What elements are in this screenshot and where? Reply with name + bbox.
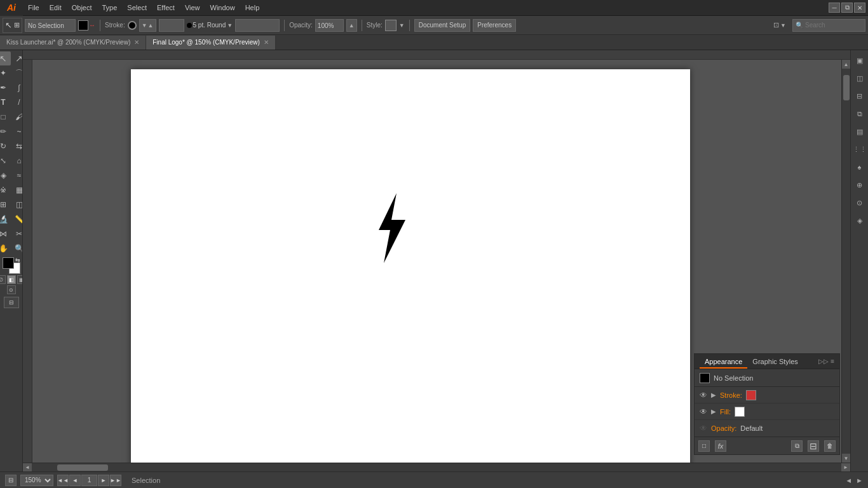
artboard-tool[interactable]: ⊟ [4,297,19,308]
width-tool[interactable]: ◈ [0,168,11,182]
stroke-down-arrow[interactable]: ▼ [142,22,147,29]
none-fill-icon[interactable]: ∅ [0,275,6,284]
workspace-arrow[interactable]: ▼ [780,22,786,29]
color-mode-icon[interactable]: ◧ [7,275,16,284]
lasso-tool[interactable]: ⌒ [11,66,23,80]
arrange-icon[interactable]: ⊡ [773,21,779,29]
menu-select[interactable]: Select [122,0,152,16]
tab-final-logo[interactable]: Final Logo* @ 150% (CMYK/Preview) ✕ [146,36,276,50]
left-panel-toggle[interactable]: ◄ [845,477,852,484]
stroke-style-select[interactable] [235,19,280,32]
direct-select-tool[interactable]: ↗ [11,51,23,65]
preferences-btn[interactable]: Preferences [473,19,516,32]
column-graph-tool[interactable]: ▦ [11,183,23,197]
tab-kiss-launcher[interactable]: Kiss Launcher.ai* @ 200% (CMYK/Preview) … [0,36,146,50]
scroll-right-btn[interactable]: ► [841,463,850,472]
zoom-tool[interactable]: 🔍 [11,241,23,255]
pen-tool[interactable]: ✒ [0,81,11,95]
screen-mode-icon[interactable]: ⊙ [7,285,16,294]
panel-expand-btn[interactable]: ▷▷ [818,358,829,365]
symbol-tool[interactable]: ※ [0,183,11,197]
scroll-down-btn[interactable]: ▼ [842,454,851,463]
menu-edit[interactable]: Edit [44,0,67,16]
zoom-select[interactable]: 150% 100% 200% [20,475,53,486]
mesh-tool[interactable]: ⊞ [0,198,11,212]
ap-opacity-label[interactable]: Opacity: [711,424,736,432]
blend-tool[interactable]: ⋈ [0,227,11,241]
paintbrush-tool[interactable]: 🖌 [11,110,23,124]
reflect-tool[interactable]: ⇆ [11,139,23,153]
menu-object[interactable]: Object [67,0,97,16]
ap-new-item-btn[interactable]: □ [698,440,710,452]
ap-fill-swatch[interactable] [735,407,745,417]
ap-delete-btn[interactable]: 🗑 [824,440,836,452]
tab-graphic-styles[interactable]: Graphic Styles [747,355,803,369]
horizontal-scrollbar[interactable]: ◄ ► [23,463,850,471]
fill-swatch-top[interactable] [78,20,88,30]
ap-fx-btn[interactable]: fx [715,440,726,452]
tab-kiss-close[interactable]: ✕ [134,36,139,50]
scroll-left-btn[interactable]: ◄ [23,463,32,472]
tab-appearance[interactable]: Appearance [700,355,747,369]
restore-btn[interactable]: ⧉ [841,3,853,13]
search-input[interactable] [805,22,862,29]
curvature-tool[interactable]: ∫ [11,81,23,95]
ap-stroke-label[interactable]: Stroke: [720,391,742,399]
panel-btn-4[interactable]: ⧉ [852,106,867,121]
h-scroll-thumb[interactable] [57,464,108,471]
style-arrow[interactable]: ▼ [399,22,405,29]
stroke-input[interactable] [159,19,184,32]
vertical-scrollbar[interactable]: ▲ ▼ [841,60,850,463]
ap-stroke-swatch[interactable] [746,390,756,400]
rect-tool[interactable]: □ [0,110,11,124]
close-btn[interactable]: ✕ [854,3,865,13]
scroll-up-btn[interactable]: ▲ [842,60,851,69]
panel-menu-btn[interactable]: ≡ [831,358,834,365]
panel-btn-5[interactable]: ▤ [852,124,867,139]
hand-tool[interactable]: ✋ [0,241,11,255]
right-panel-toggle[interactable]: ► [856,477,863,484]
menu-view[interactable]: View [180,0,205,16]
gradient-mode-icon[interactable]: ▦ [17,275,24,284]
transform-icon[interactable]: ⊞ [14,21,20,29]
minimize-btn[interactable]: ─ [829,3,840,13]
tab-final-close[interactable]: ✕ [264,36,269,50]
page-forward-btn[interactable]: ► [98,475,109,486]
measure-tool[interactable]: 📏 [11,212,23,226]
menu-file[interactable]: File [23,0,44,16]
document-setup-btn[interactable]: Document Setup [414,19,471,32]
ap-duplicate-btn[interactable]: ⧉ [791,440,803,452]
page-prev-btn[interactable]: ◄◄ [57,475,69,486]
page-input[interactable] [81,475,97,486]
stroke-up-arrow[interactable]: ▲ [148,22,154,29]
ap-fill-expand[interactable]: ▶ [711,408,716,415]
magic-wand-tool[interactable]: ✦ [0,66,11,80]
foreground-color-swatch[interactable] [3,257,14,269]
ap-fill-label[interactable]: Fill: [720,408,731,416]
rotate-tool[interactable]: ↻ [0,139,11,153]
ap-stroke-expand[interactable]: ▶ [711,391,716,398]
swap-colors-icon[interactable]: ⇆ [15,257,20,263]
panel-btn-8[interactable]: ⊕ [852,177,867,193]
select-tool-icon[interactable]: ↖ [5,20,12,30]
gradient-tool[interactable]: ◫ [11,198,23,212]
menu-help[interactable]: Help [240,0,265,16]
opacity-input[interactable]: 100% [315,19,344,32]
page-back-btn[interactable]: ◄ [69,475,81,486]
stroke-weight-select[interactable]: 5 pt. Round ▼ [187,22,233,29]
page-end-btn[interactable]: ►► [110,475,121,486]
menu-window[interactable]: Window [205,0,240,16]
ap-opacity-visibility[interactable]: 👁 [700,424,707,433]
panel-btn-3[interactable]: ⊟ [852,88,867,104]
scale-tool[interactable]: ⤡ [0,154,11,168]
scroll-thumb[interactable] [843,75,850,100]
pencil-tool[interactable]: ✏ [0,125,11,139]
ap-clear-btn[interactable]: ⊟ [808,440,819,452]
panel-btn-6[interactable]: ⋮⋮ [852,142,867,157]
artboard-btn[interactable]: ⊟ [5,475,17,486]
panel-btn-2[interactable]: ◫ [852,71,867,86]
line-tool[interactable]: / [11,95,23,109]
panel-btn-9[interactable]: ⊙ [852,195,867,210]
menu-effect[interactable]: Effect [152,0,180,16]
ap-fill-visibility[interactable]: 👁 [700,407,707,416]
